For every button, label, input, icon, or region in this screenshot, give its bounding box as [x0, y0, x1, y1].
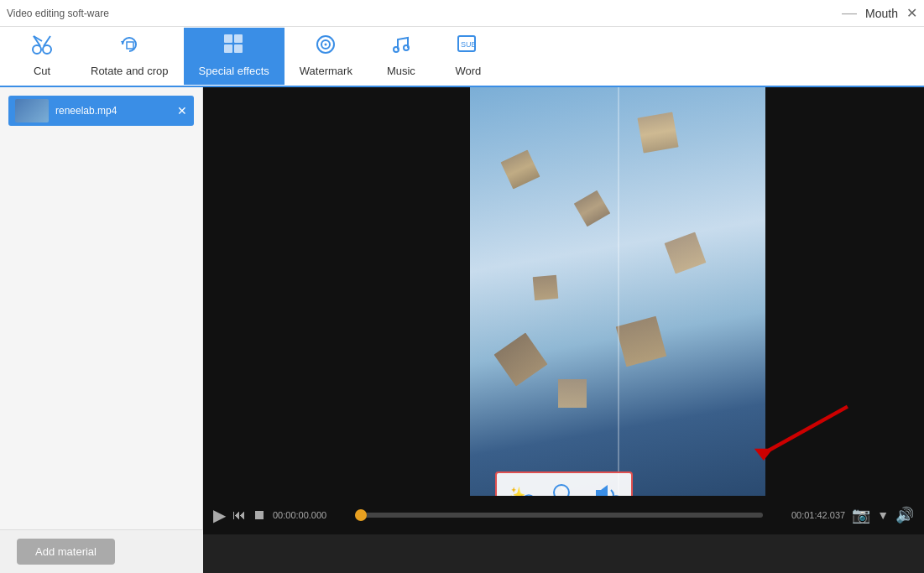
svg-rect-6 [127, 42, 133, 49]
video-preview: ⌄ ✨ + + [203, 87, 924, 573]
svg-rect-9 [224, 44, 232, 53]
svg-point-1 [43, 45, 51, 54]
svg-rect-10 [234, 44, 243, 53]
special-effects-label: Special effects [199, 65, 269, 77]
tab-word[interactable]: SUB Word [435, 28, 502, 85]
watermark-icon [314, 33, 337, 61]
file-item[interactable]: reneelab.mp4 ✕ [8, 96, 194, 126]
svg-point-15 [394, 47, 399, 52]
add-material-button[interactable]: Add material [17, 539, 115, 565]
toolbar: Cut Rotate and crop Special effects Wate… [0, 27, 924, 87]
app-title: Video editing soft-ware [7, 8, 109, 19]
tab-music[interactable]: Music [368, 28, 435, 85]
tab-watermark[interactable]: Watermark [285, 28, 368, 85]
mouth-label: Mouth [865, 7, 898, 20]
svg-point-14 [325, 44, 327, 46]
svg-point-16 [404, 45, 409, 50]
main-area: reneelab.mp4 ✕ Material Special effects [0, 87, 924, 573]
file-close-button[interactable]: ✕ [177, 104, 187, 117]
music-label: Music [387, 65, 415, 77]
tab-special-effects[interactable]: Special effects [184, 28, 285, 85]
svg-line-29 [764, 407, 848, 454]
progress-bar[interactable] [355, 513, 763, 518]
file-name: reneelab.mp4 [55, 105, 177, 117]
cut-label: Cut [34, 65, 50, 77]
rotate-icon [117, 33, 141, 61]
cut-icon [30, 33, 54, 61]
sidebar: reneelab.mp4 ✕ Material Special effects [0, 87, 203, 573]
tab-cut[interactable]: Cut [8, 28, 76, 85]
file-thumbnail [15, 99, 49, 122]
camera-button[interactable]: 📷 [852, 506, 870, 524]
word-icon: SUB [457, 33, 480, 61]
svg-marker-5 [121, 41, 124, 44]
svg-marker-30 [754, 449, 773, 461]
step-back-button[interactable]: ⏮ [232, 508, 246, 523]
sidebar-content: reneelab.mp4 ✕ [0, 87, 202, 543]
svg-rect-8 [234, 34, 243, 43]
volume-button[interactable]: 🔊 [895, 506, 914, 524]
end-time-display: 00:01:42.037 [770, 510, 845, 520]
start-time-display: 00:00:00.000 [273, 510, 348, 520]
music-icon [389, 33, 413, 61]
play-button[interactable]: ▶ [213, 505, 226, 525]
watermark-label: Watermark [300, 65, 352, 77]
red-arrow-indicator [689, 397, 857, 472]
svg-rect-7 [224, 34, 232, 43]
title-bar: Video editing soft-ware — Mouth ✕ [0, 0, 924, 27]
word-label: Word [455, 65, 481, 77]
rotate-label: Rotate and crop [91, 65, 169, 77]
minimize-button[interactable]: — [842, 4, 857, 22]
special-effects-icon [222, 33, 246, 61]
stop-button[interactable]: ⏹ [253, 508, 266, 523]
progress-handle[interactable] [355, 509, 367, 521]
close-button[interactable]: ✕ [906, 5, 917, 21]
svg-point-0 [33, 45, 41, 54]
tab-rotate[interactable]: Rotate and crop [76, 28, 184, 85]
dropdown-button[interactable]: ▼ [877, 508, 889, 522]
svg-text:SUB: SUB [461, 40, 477, 49]
